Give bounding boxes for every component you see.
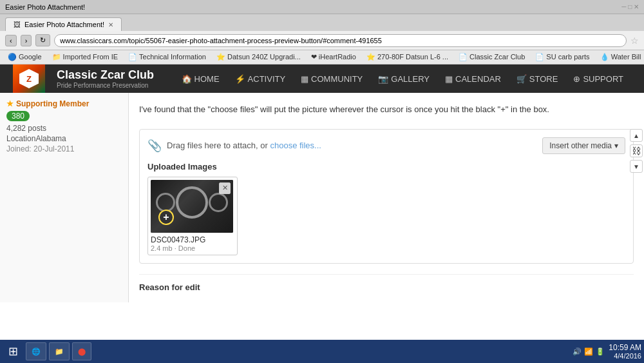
window-controls[interactable]: ─ □ ✕: [621, 3, 639, 10]
bookmark-zcarclub[interactable]: 📄 Classic Zcar Club: [455, 52, 529, 62]
browser-tab[interactable]: 🖼 Easier Photo Attachment! ✕: [5, 17, 122, 31]
title-bar: Easier Photo Attachment! ─ □ ✕: [0, 0, 644, 14]
nav-community[interactable]: ▦COMMUNITY: [293, 64, 370, 93]
support-icon: ⊕: [573, 74, 580, 84]
member-badge: ★ Supporting Member: [6, 99, 122, 108]
plus-circle-icon[interactable]: +: [158, 210, 174, 225]
taskbar-chrome-btn[interactable]: ⬤: [72, 342, 91, 360]
calendar-icon: ▦: [445, 74, 453, 84]
site-subtitle: Pride Performance Preservation: [57, 82, 154, 89]
insert-media-button[interactable]: Insert other media ▾: [542, 137, 625, 154]
user-reputation: 380: [6, 111, 122, 121]
community-icon: ▦: [301, 74, 308, 84]
activity-icon: ⚡: [235, 74, 245, 84]
location-value: Alabama: [35, 134, 66, 143]
dropdown-chevron-icon: ▾: [614, 141, 618, 150]
gauge-big: [176, 186, 208, 219]
image-size: 2.4 mb: [151, 244, 173, 252]
bookmark-datsun[interactable]: ⭐ Datsun 240Z Upgradi...: [213, 52, 305, 62]
refresh-button[interactable]: ↻: [35, 34, 50, 46]
bookmarks-bar: 🔵 Google 📁 Imported From IE 📄 Technical …: [0, 50, 644, 64]
nav-store[interactable]: 🛒STORE: [509, 64, 566, 93]
clock-time: 10:59 AM: [609, 343, 641, 352]
user-joined: Joined: 20-Jul-2011: [6, 144, 122, 153]
folder-icon: 📁: [55, 348, 64, 356]
star-icon[interactable]: ☆: [630, 35, 639, 46]
taskbar-folder-btn[interactable]: 📁: [49, 342, 70, 360]
store-icon: 🛒: [516, 74, 527, 84]
bookmark-tech[interactable]: 📄 Technical Information: [124, 52, 210, 62]
joined-label: Joined:: [6, 144, 32, 153]
nav-calendar[interactable]: ▦CALENDAR: [437, 64, 509, 93]
taskbar: ⊞ 🌐 📁 ⬤ 🔊 📶 🔋 10:59 AM 4/4/2016: [0, 340, 644, 363]
site-wrapper: Z Classic Zcar Club Pride Performance Pr…: [0, 64, 644, 363]
forward-button[interactable]: ›: [21, 35, 32, 46]
nav-community-label: COMMUNITY: [311, 74, 363, 84]
url-input[interactable]: [54, 34, 627, 47]
nav-support[interactable]: ⊕SUPPORT: [565, 64, 631, 93]
user-posts: 4,282 posts: [6, 124, 122, 133]
delete-image-btn[interactable]: ✕: [219, 182, 231, 194]
tray-icon-3: 🔋: [596, 348, 605, 356]
sidebar: ★ Supporting Member 380 4,282 posts Loca…: [0, 93, 129, 302]
clock: 10:59 AM 4/4/2016: [609, 343, 641, 360]
location-label: Location: [6, 134, 35, 143]
main-content: I've found that the "choose files" will …: [129, 93, 644, 302]
bookmark-water[interactable]: 💧 Water Bill: [596, 52, 644, 62]
tab-close-btn[interactable]: ✕: [108, 21, 113, 28]
paperclip-icon: 📎: [147, 139, 162, 153]
attachment-area: 📎 Drag files here to attach, or choose f…: [139, 129, 634, 264]
start-button[interactable]: ⊞: [3, 342, 23, 360]
thumb-inner: + ✕: [151, 180, 233, 233]
site-logo: Z: [13, 64, 45, 93]
choose-files-link[interactable]: choose files...: [270, 141, 321, 150]
bookmark-google[interactable]: 🔵 Google: [4, 52, 46, 62]
scroll-down-btn[interactable]: ▼: [630, 160, 643, 173]
reason-section: Reason for edit: [139, 274, 634, 292]
chrome-icon: ⬤: [78, 348, 86, 356]
uploaded-image-item: + ✕ DSC00473.JPG 2.4 mb · Done: [147, 177, 238, 255]
ie-icon: 🌐: [32, 348, 41, 356]
tray-icon-1: 🔊: [573, 348, 582, 356]
taskbar-ie-btn[interactable]: 🌐: [26, 342, 46, 360]
site-title: Classic Zcar Club: [57, 68, 154, 82]
post-text: I've found that the "choose files" will …: [139, 103, 634, 116]
scroll-buttons: ▲ ⛓ ▼: [630, 129, 643, 173]
share-icon[interactable]: ⛓: [630, 144, 643, 157]
tab-bar: 🖼 Easier Photo Attachment! ✕: [0, 14, 644, 31]
back-button[interactable]: ‹: [5, 35, 17, 46]
gauge-small-right: [209, 193, 228, 212]
tab-label: Easier Photo Attachment!: [24, 21, 104, 28]
nav-store-label: STORE: [529, 74, 558, 84]
nav-gallery[interactable]: 📷GALLERY: [370, 64, 437, 93]
image-status: Done: [178, 244, 195, 252]
nav-gallery-label: GALLERY: [391, 74, 430, 84]
bookmark-su[interactable]: 📄 SU carb parts: [531, 52, 593, 62]
site-title-block: Classic Zcar Club Pride Performance Pres…: [57, 66, 154, 92]
top-nav: Z Classic Zcar Club Pride Performance Pr…: [0, 64, 644, 93]
title-bar-text: Easier Photo Attachment!: [5, 3, 85, 11]
clock-date: 4/4/2016: [609, 352, 641, 360]
nav-home[interactable]: 🏠HOME: [174, 64, 227, 93]
image-name: DSC00473.JPG: [151, 235, 234, 244]
joined-value: 20-Jul-2011: [33, 144, 74, 153]
taskbar-right: 🔊 📶 🔋 10:59 AM 4/4/2016: [573, 343, 641, 360]
bookmark-iheartradio[interactable]: ❤ iHeartRadio: [307, 52, 360, 62]
user-location: LocationAlabama: [6, 134, 122, 143]
tab-favicon: 🖼: [14, 21, 21, 28]
home-icon: 🏠: [182, 74, 192, 84]
insert-media-label: Insert other media: [549, 141, 612, 150]
tray-icon-2: 📶: [584, 348, 593, 356]
bookmark-ie[interactable]: 📁 Imported From IE: [48, 52, 122, 62]
bookmark-datsun2[interactable]: ⭐ 270-80F Datsun L-6 ...: [363, 52, 452, 62]
drag-text: Drag files here to attach, or choose fil…: [167, 141, 321, 150]
image-thumbnail: + ✕: [151, 180, 233, 233]
nav-home-label: HOME: [194, 74, 220, 84]
nav-activity[interactable]: ⚡ACTIVITY: [227, 64, 294, 93]
scroll-up-btn[interactable]: ▲: [630, 129, 643, 142]
nav-items: 🏠HOME ⚡ACTIVITY ▦COMMUNITY 📷GALLERY ▦CAL…: [174, 64, 631, 93]
member-badge-label: Supporting Member: [16, 99, 89, 108]
star-icon: ★: [6, 99, 14, 108]
uploaded-images-label: Uploaded Images: [147, 162, 625, 172]
address-bar: ‹ › ↻ ☆: [0, 31, 644, 50]
